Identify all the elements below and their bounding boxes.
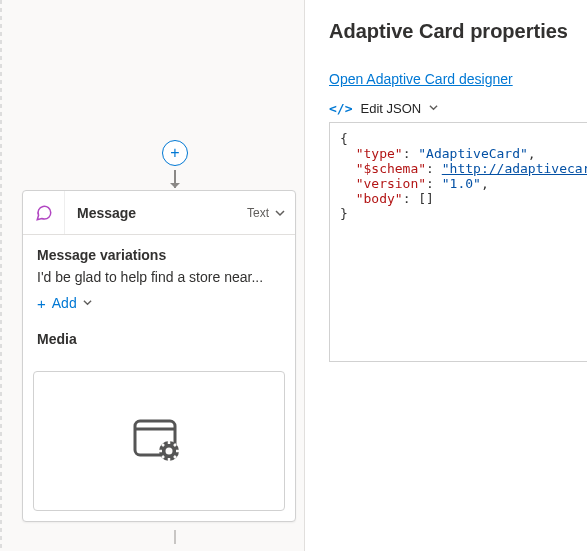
panel-title: Adaptive Card properties (329, 20, 587, 43)
json-editor[interactable]: { "type": "AdaptiveCard", "$schema": "ht… (329, 122, 587, 362)
media-heading: Media (37, 331, 281, 347)
flow-arrow-down-icon (174, 170, 176, 188)
variations-heading: Message variations (37, 247, 281, 263)
plus-icon: + (37, 296, 46, 311)
chevron-down-icon (83, 298, 92, 309)
chevron-down-icon[interactable] (275, 205, 295, 221)
media-gear-icon (129, 415, 189, 468)
code-icon: </> (329, 101, 352, 116)
variation-text[interactable]: I'd be glad to help find a store near... (37, 269, 281, 285)
open-designer-link[interactable]: Open Adaptive Card designer (329, 71, 513, 87)
node-type-label: Text (247, 206, 275, 220)
chevron-down-icon (429, 103, 438, 114)
media-slot-button[interactable] (33, 371, 285, 511)
message-icon (23, 191, 65, 234)
add-variation-button[interactable]: + Add (37, 295, 281, 311)
node-title: Message (65, 205, 247, 221)
plus-icon: + (170, 144, 179, 162)
message-node-card[interactable]: Message Text Message variations I'd be g… (22, 190, 296, 522)
message-node-header[interactable]: Message Text (23, 191, 295, 235)
svg-point-2 (166, 447, 173, 454)
torn-edge (0, 0, 2, 551)
flow-connector (174, 530, 176, 544)
flow-canvas: + Message Text Message variations I'd be… (0, 0, 305, 551)
properties-panel: Adaptive Card properties Open Adaptive C… (305, 0, 587, 551)
edit-json-label: Edit JSON (360, 101, 421, 116)
add-node-button[interactable]: + (162, 140, 188, 166)
add-label: Add (52, 295, 77, 311)
edit-json-toggle[interactable]: </> Edit JSON (329, 101, 587, 116)
